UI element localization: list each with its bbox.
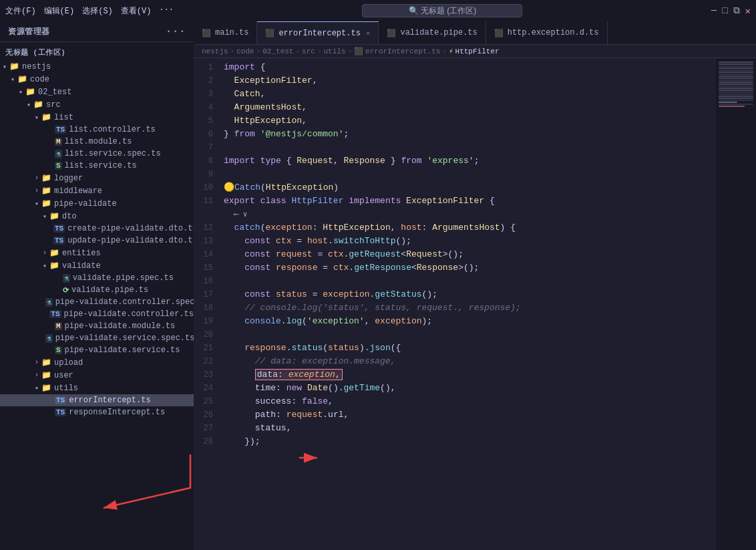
line-content-7: import type { Request, Response } from '… (224, 154, 716, 168)
tree-item-list-service-ts[interactable]: Slist.service.ts (0, 160, 194, 172)
minimize-icon[interactable]: ─ (711, 5, 717, 17)
minimap-line (719, 88, 753, 89)
tab-label-error: errorIntercept.ts (278, 29, 360, 38)
code-line-14: 14 const request = ctx.getRequest<Reques… (194, 248, 716, 261)
editor-area: ⬛ main.ts ⬛ errorIntercept.ts ✕ ⬛ valida… (194, 21, 756, 550)
tree-item-errorIntercept-ts[interactable]: TSerrorIntercept.ts (0, 394, 194, 406)
tree-item-code[interactable]: ▾📁code (0, 73, 194, 86)
tree-item-upload[interactable]: ›📁upload (0, 356, 194, 369)
code-line-23: 23 data: exception, (194, 368, 716, 382)
minimap-line (719, 78, 753, 79)
tree-item-create-pipe-validate-dto-ts[interactable]: TScreate-pipe-validate.dto.ts (0, 223, 194, 235)
breadcrumb-nestjs[interactable]: nestjs (202, 47, 228, 55)
tree-item-validate-pipe-ts[interactable]: ⟳validate.pipe.ts (0, 284, 194, 296)
code-line-16: 16 (194, 275, 716, 288)
restore-icon[interactable]: ⧉ (733, 5, 740, 17)
menu-bar[interactable]: 文件(F) 编辑(E) 选择(S) 查看(V) ··· (5, 5, 174, 17)
code-line-25: 25 success: false, (194, 395, 716, 408)
tree-item-src[interactable]: ▾📁src (0, 98, 194, 111)
breadcrumb-symbol-icon: ⚡ (449, 47, 453, 55)
window-controls[interactable]: ─ □ ⧉ ✕ (711, 5, 751, 17)
tree-item-logger[interactable]: ›📁logger (0, 172, 194, 184)
line-number-18: 18 (194, 301, 224, 315)
tree-item-pipe-validate-controller-spec-ts[interactable]: ⚗pipe-validate.controller.spec.ts (0, 296, 194, 308)
line-content-3: ArgumentsHost, (224, 101, 716, 114)
menu-more[interactable]: ··· (159, 5, 174, 17)
line-number-3: 4 (194, 101, 224, 114)
line-number-14: 14 (194, 248, 224, 261)
tree-item-validate[interactable]: ▾📁validate (0, 259, 194, 272)
tree-item-list-module-ts[interactable]: Mlist.module.ts (0, 136, 194, 148)
breadcrumb-src[interactable]: src (302, 47, 315, 55)
line-content-0: import { (224, 61, 716, 74)
code-line-5: 5 HttpException, (194, 114, 716, 128)
breadcrumb-code[interactable]: code (236, 47, 254, 55)
tree-item-list[interactable]: ▾📁list (0, 111, 194, 124)
tab-main-ts[interactable]: ⬛ main.ts (194, 21, 257, 44)
line-content-2: Catch, (224, 88, 716, 101)
tree-item-user[interactable]: ›📁user (0, 369, 194, 382)
line-content-1: ExceptionFilter, (224, 74, 716, 88)
sidebar-content: 无标题 (工作区)▾📁nestjs▾📁code▾📁02_test▾📁src▾📁l… (0, 42, 194, 550)
breadcrumb-02test[interactable]: 02_test (262, 47, 293, 55)
tree-item-entities[interactable]: ›📁entities (0, 247, 194, 259)
tab-http-exception[interactable]: ⬛ http.exception.d.ts (486, 21, 608, 44)
tree-item-dto[interactable]: ▾📁dto (0, 210, 194, 223)
menu-edit[interactable]: 编辑(E) (44, 5, 75, 17)
tree-item-responseIntercept-ts[interactable]: TSresponseIntercept.ts (0, 406, 194, 418)
tree-item-pipe-validate-controller-ts[interactable]: TSpipe-validate.controller.ts (0, 308, 194, 320)
minimap-line (719, 80, 753, 81)
minimap-line (719, 96, 753, 97)
line-content-22: // data: exception.message, (224, 355, 716, 368)
minimap-line (719, 100, 753, 101)
code-line-17: 17 const status = exception.getStatus(); (194, 288, 716, 301)
breadcrumb-filename[interactable]: errorIntercept.ts (365, 47, 440, 55)
line-content-5: } from '@nestjs/common'; (224, 128, 716, 141)
maximize-icon[interactable]: □ (722, 5, 727, 17)
menu-select[interactable]: 选择(S) (82, 5, 113, 17)
tree-item-pipe-validate[interactable]: ▾📁pipe-validate (0, 197, 194, 210)
title-bar: 文件(F) 编辑(E) 选择(S) 查看(V) ··· ─ □ ⧉ ✕ (0, 0, 756, 21)
line-content-27: status, (224, 422, 716, 435)
tab-close-error[interactable]: ✕ (366, 29, 371, 37)
line-number-17: 17 (194, 288, 224, 301)
sidebar-more-icon[interactable]: ··· (166, 25, 186, 37)
code-line-24: 24 time: new Date().getTime(), (194, 382, 716, 395)
tree-item-validate-pipe-spec-ts[interactable]: ⚗validate.pipe.spec.ts (0, 272, 194, 284)
tree-item-pipe-validate-module-ts[interactable]: Mpipe-validate.module.ts (0, 320, 194, 332)
sidebar-title: 资源管理器 (8, 26, 50, 37)
tree-item-update-pipe-validate-dto-ts[interactable]: TSupdate-pipe-validate.dto.ts (0, 235, 194, 247)
menu-file[interactable]: 文件(F) (5, 5, 36, 17)
line-number-26: 26 (194, 408, 224, 422)
search-bar[interactable] (179, 4, 706, 17)
workspace-label: 无标题 (工作区) (0, 45, 194, 60)
menu-view[interactable]: 查看(V) (121, 5, 152, 17)
close-icon[interactable]: ✕ (745, 5, 751, 17)
line-content-23: data: exception, (224, 368, 716, 382)
tree-item-02_test[interactable]: ▾📁02_test (0, 86, 194, 98)
tab-validate-pipe[interactable]: ⬛ validate.pipe.ts (379, 21, 486, 44)
tree-item-utils[interactable]: ▾📁utils (0, 382, 194, 394)
code-line-22: 22 // data: exception.message, (194, 355, 716, 368)
tree-item-pipe-validate-service-spec-ts[interactable]: ⚗pipe-validate.service.spec.ts (0, 332, 194, 344)
line-content-28: }); (224, 435, 716, 448)
line-number-22: 22 (194, 355, 224, 368)
line-content-18: // console.log('status', status, request… (224, 301, 716, 315)
code-editor[interactable]: 1import {2 ExceptionFilter,3 Catch,4 Arg… (194, 58, 716, 550)
breadcrumb-class[interactable]: HttpFilter (455, 47, 500, 55)
minimap-line (719, 74, 753, 75)
tree-item-pipe-validate-service-ts[interactable]: Spipe-validate.service.ts (0, 344, 194, 356)
tree-item-list-service-spec-ts[interactable]: ⚗list.service.spec.ts (0, 148, 194, 160)
tree-item-list-controller-ts[interactable]: TSlist.controller.ts (0, 124, 194, 136)
minimap (716, 58, 756, 550)
search-input[interactable] (362, 4, 522, 17)
tree-item-middleware[interactable]: ›📁middleware (0, 184, 194, 197)
code-line-21: 21 response.status(status).json({ (194, 341, 716, 355)
sep1: › (230, 47, 235, 55)
code-line-7: 7 (194, 141, 716, 154)
code-line-27: 27 status, (194, 422, 716, 435)
tree-item-nestjs[interactable]: ▾📁nestjs (0, 60, 194, 73)
line-number-10: 11 (194, 194, 224, 208)
breadcrumb-utils[interactable]: utils (323, 47, 345, 55)
tab-error-intercept[interactable]: ⬛ errorIntercept.ts ✕ (257, 21, 379, 44)
